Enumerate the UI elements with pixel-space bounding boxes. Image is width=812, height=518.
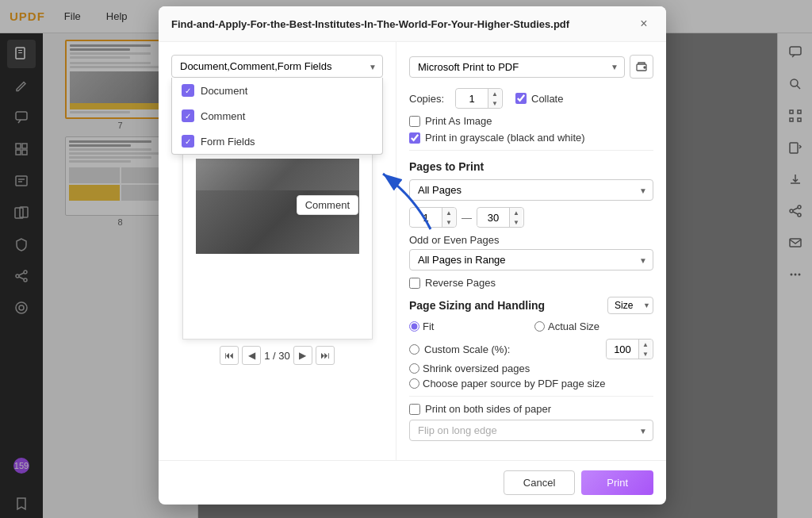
actual-size-label: Actual Size <box>548 320 599 332</box>
print-as-image-checkbox[interactable] <box>409 116 420 127</box>
checkbox-formfields-icon: ✓ <box>182 135 194 148</box>
print-dialog: Find-and-Apply-For-the-Best-Institutes-I… <box>159 6 666 505</box>
collate-checkbox[interactable] <box>515 93 527 104</box>
range-to-input[interactable] <box>477 209 509 226</box>
size-select[interactable]: Size <box>607 297 653 314</box>
collate-label: Collate <box>531 93 563 105</box>
custom-scale-label: Custom Scale (%): <box>424 343 510 355</box>
divider-2 <box>409 396 653 397</box>
flip-select[interactable]: Flip on long edge <box>409 420 653 441</box>
range-to-wrapper: ▲ ▼ <box>477 207 524 228</box>
modal-footer: Cancel Print <box>159 460 666 505</box>
close-button[interactable]: × <box>634 14 653 33</box>
modal-overlay: Find-and-Apply-For-the-Best-Institutes-I… <box>0 0 812 518</box>
scale-input-wrapper: ▲ ▼ <box>606 339 653 359</box>
reverse-pages-label: Reverse Pages <box>425 277 496 289</box>
flip-select-wrapper: Flip on long edge ▼ <box>409 420 653 441</box>
checkbox-comment-icon: ✓ <box>182 109 194 122</box>
range-row: ▲ ▼ — ▲ ▼ <box>409 207 653 228</box>
cancel-button[interactable]: Cancel <box>504 470 575 495</box>
prev-page-button[interactable]: ◀ <box>242 346 261 365</box>
shrink-radio-item: Shrink oversized pages <box>409 363 653 374</box>
fit-radio-item: Fit <box>409 320 528 332</box>
odd-even-select[interactable]: All Pages in Range <box>409 249 653 271</box>
printer-select[interactable]: Microsoft Print to PDF <box>409 56 625 78</box>
dropdown-item-document-label: Document <box>201 85 247 97</box>
range-dash: — <box>462 212 472 224</box>
dropdown-item-formfields[interactable]: ✓ Form Fields <box>172 129 382 154</box>
dropdown-item-comment-label: Comment <box>201 110 245 122</box>
pagination: ⏮ ◀ 1 / 30 ▶ ⏭ <box>171 340 383 368</box>
shrink-radio[interactable] <box>409 363 419 374</box>
dropdown-item-comment[interactable]: ✓ Comment Comment <box>172 103 382 129</box>
current-page: 1 <box>264 350 270 362</box>
document-type-dropdown-wrapper: Document,Comment,Form Fields ▼ ✓ Documen… <box>171 55 383 78</box>
pages-select-wrapper: All Pages ▼ <box>409 179 653 201</box>
scale-up-button[interactable]: ▲ <box>639 340 652 349</box>
choose-source-label: Choose paper source by PDF page size <box>423 378 606 389</box>
reverse-pages-checkbox[interactable] <box>409 278 420 289</box>
modal-body: Document,Comment,Form Fields ▼ ✓ Documen… <box>159 42 666 460</box>
both-sides-row: Print on both sides of paper <box>409 403 653 415</box>
fit-radio[interactable] <box>409 321 419 332</box>
print-button[interactable]: Print <box>581 470 653 495</box>
scale-spinners: ▲ ▼ <box>638 340 652 359</box>
print-grayscale-checkbox[interactable] <box>409 132 420 144</box>
range-to-up-button[interactable]: ▲ <box>510 208 523 217</box>
checkbox-document-icon: ✓ <box>182 84 194 97</box>
printer-row: Microsoft Print to PDF ▼ <box>409 55 653 79</box>
copies-spinners: ▲ ▼ <box>488 89 501 108</box>
both-sides-checkbox[interactable] <box>409 404 420 415</box>
range-from-wrapper: ▲ ▼ <box>409 207 457 228</box>
modal-right-panel: Microsoft Print to PDF ▼ Copies: ▲ <box>396 42 666 460</box>
total-pages: 30 <box>278 350 289 362</box>
range-from-down-button[interactable]: ▼ <box>442 217 455 227</box>
printer-select-wrapper: Microsoft Print to PDF ▼ <box>409 56 625 78</box>
odd-even-select-wrapper: All Pages in Range ▼ <box>409 249 653 271</box>
sizing-title: Page Sizing and Handling <box>409 299 545 312</box>
first-page-button[interactable]: ⏮ <box>220 346 239 365</box>
range-to-down-button[interactable]: ▼ <box>510 217 523 227</box>
choose-source-radio[interactable] <box>409 378 419 389</box>
fit-label: Fit <box>423 320 434 332</box>
pages-section-header: Pages to Print <box>409 160 653 173</box>
page-indicator: 1 / 30 <box>264 350 290 362</box>
printer-settings-button[interactable] <box>630 55 653 79</box>
sizing-header: Page Sizing and Handling Size ▼ <box>409 297 653 314</box>
print-as-image-label: Print As Image <box>425 115 492 127</box>
print-grayscale-label: Print in grayscale (black and white) <box>425 132 585 144</box>
custom-scale-row: Custom Scale (%): ▲ ▼ <box>409 339 653 359</box>
copies-label: Copies: <box>409 93 449 105</box>
copies-row: Copies: ▲ ▼ Collate <box>409 88 653 109</box>
range-from-input[interactable] <box>410 209 442 226</box>
choose-source-radio-item: Choose paper source by PDF page size <box>409 378 653 389</box>
next-page-button[interactable]: ▶ <box>293 346 312 365</box>
custom-scale-radio[interactable] <box>409 344 419 355</box>
actual-size-radio[interactable] <box>534 321 545 332</box>
scale-down-button[interactable]: ▼ <box>639 349 652 359</box>
copies-input[interactable] <box>456 90 488 107</box>
range-to-spinners: ▲ ▼ <box>509 208 523 227</box>
svg-point-39 <box>644 67 645 68</box>
document-type-dropdown[interactable]: Document,Comment,Form Fields <box>171 55 383 78</box>
dropdown-item-document[interactable]: ✓ Document <box>172 78 382 103</box>
actual-size-radio-item: Actual Size <box>534 320 653 332</box>
dropdown-item-formfields-label: Form Fields <box>201 136 255 148</box>
copies-up-button[interactable]: ▲ <box>488 89 501 98</box>
copies-down-button[interactable]: ▼ <box>488 98 501 108</box>
pages-select[interactable]: All Pages <box>409 179 653 201</box>
print-grayscale-row: Print in grayscale (black and white) <box>409 132 653 144</box>
size-dropdown-wrapper: Size ▼ <box>607 297 653 314</box>
modal-header: Find-and-Apply-For-the-Best-Institutes-I… <box>159 6 666 42</box>
sizing-options: Fit Actual Size <box>409 320 653 332</box>
range-from-spinners: ▲ ▼ <box>442 208 455 227</box>
shrink-label: Shrink oversized pages <box>423 363 530 374</box>
last-page-button[interactable]: ⏭ <box>316 346 335 365</box>
collate-row: Collate <box>515 93 563 105</box>
divider-1 <box>409 150 653 151</box>
odd-even-label: Odd or Even Pages <box>409 234 653 246</box>
comment-tooltip: Comment <box>297 195 358 215</box>
reverse-pages-row: Reverse Pages <box>409 277 653 289</box>
scale-input[interactable] <box>607 341 638 358</box>
range-from-up-button[interactable]: ▲ <box>442 208 455 217</box>
